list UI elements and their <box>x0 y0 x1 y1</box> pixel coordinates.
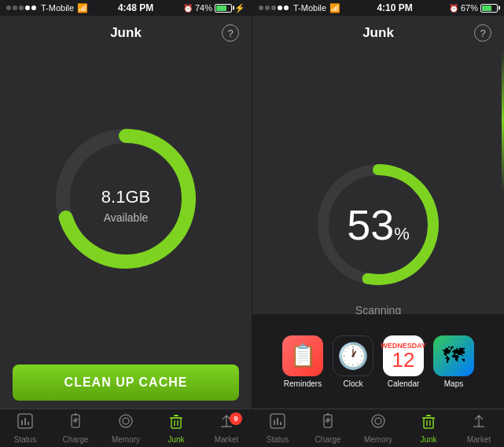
reminders-label: Reminders <box>284 379 322 388</box>
left-tab-bar: Status Charge Memory Junk 9 Market <box>0 409 252 447</box>
left-tab-status-label: Status <box>14 435 36 444</box>
left-donut-center: 8.1GB Available <box>101 174 150 224</box>
left-main-content: 8.1GB Available <box>0 50 252 355</box>
svg-rect-10 <box>171 418 181 428</box>
svg-rect-26 <box>424 418 433 428</box>
right-charge-icon <box>319 412 337 434</box>
app-maps[interactable]: 🗺 Maps <box>433 335 474 388</box>
clock-icon: 🕐 <box>333 335 373 376</box>
left-tab-junk-label: Junk <box>167 435 184 444</box>
junk-icon <box>167 412 185 434</box>
right-time: 4:10 PM <box>377 2 412 13</box>
market-badge: 9 <box>230 412 242 425</box>
right-status-bar: T-Mobile 📶 4:10 PM ⏰ 67% <box>252 0 504 16</box>
cleanup-cache-button[interactable]: CLEAN UP CACHE <box>13 365 239 401</box>
right-tab-charge-label: Charge <box>315 435 341 444</box>
app-reminders[interactable]: 📋 Reminders <box>282 335 323 388</box>
right-tab-junk-label: Junk <box>420 435 436 444</box>
right-tab-status-label: Status <box>267 435 289 444</box>
left-status-bar: T-Mobile 📶 4:48 PM ⏰ 74% ⚡ <box>0 0 252 16</box>
left-donut-label: Available <box>101 211 150 224</box>
left-tab-charge[interactable]: Charge <box>50 409 101 447</box>
charge-icon <box>67 412 84 434</box>
svg-point-8 <box>120 415 132 427</box>
svg-point-25 <box>375 418 381 424</box>
right-title: Junk <box>362 25 394 41</box>
right-scan-value: 53% <box>347 203 410 246</box>
left-carrier: T-Mobile <box>41 3 74 13</box>
app-clock[interactable]: 🕐 Clock <box>333 335 373 388</box>
right-tab-memory-label: Memory <box>364 435 392 444</box>
left-donut-value: 8.1GB <box>101 174 150 208</box>
left-help-button[interactable]: ? <box>222 24 239 42</box>
status-icon <box>17 412 34 434</box>
right-status-icon <box>269 412 286 434</box>
right-scan-donut: 53% <box>311 158 445 291</box>
right-tab-charge[interactable]: Charge <box>303 409 353 447</box>
right-tab-junk[interactable]: Junk <box>403 409 454 447</box>
right-junk-icon <box>420 412 437 434</box>
svg-point-9 <box>123 418 129 424</box>
left-tab-market-label: Market <box>215 435 239 444</box>
clock-label: Clock <box>343 379 362 388</box>
right-scan-center: 53% <box>347 203 410 246</box>
left-battery-fill <box>216 5 226 11</box>
left-tab-market[interactable]: 9 Market <box>201 409 252 447</box>
svg-point-24 <box>372 415 384 427</box>
app-icons-overlay: 📋 Reminders 🕐 Clock Wednesday 12 Calenda… <box>252 314 504 409</box>
left-tab-junk[interactable]: Junk <box>151 409 201 447</box>
left-tab-memory-label: Memory <box>112 435 140 444</box>
cleanup-section: CLEAN UP CACHE <box>0 355 252 409</box>
right-tab-bar: Status Charge Memory Junk Market <box>252 409 504 447</box>
right-tab-status[interactable]: Status <box>252 409 303 447</box>
left-tab-memory[interactable]: Memory <box>101 409 151 447</box>
app-calendar[interactable]: Wednesday 12 Calendar <box>383 335 424 388</box>
calendar-icon: Wednesday 12 <box>383 335 424 376</box>
calendar-label: Calendar <box>388 379 420 388</box>
left-panel: T-Mobile 📶 4:48 PM ⏰ 74% ⚡ Junk ? <box>0 0 252 447</box>
right-market-icon <box>470 412 487 434</box>
right-memory-icon <box>370 412 387 434</box>
right-tab-market[interactable]: Market <box>454 409 504 447</box>
left-donut-chart: 8.1GB Available <box>47 120 204 277</box>
right-panel: T-Mobile 📶 4:10 PM ⏰ 67% Junk ? <box>252 0 504 447</box>
right-tab-memory[interactable]: Memory <box>353 409 403 447</box>
right-battery-bar <box>480 4 498 13</box>
right-help-button[interactable]: ? <box>474 24 491 42</box>
right-header: Junk ? <box>252 16 504 50</box>
left-battery-label: 74% <box>195 3 212 13</box>
left-title: Junk <box>110 25 142 41</box>
maps-label: Maps <box>444 379 463 388</box>
left-time: 4:48 PM <box>118 2 153 13</box>
memory-icon <box>117 412 134 434</box>
maps-icon: 🗺 <box>433 335 474 376</box>
left-header: Junk ? <box>0 16 252 50</box>
left-tab-status[interactable]: Status <box>0 409 50 447</box>
right-carrier: T-Mobile <box>293 3 326 13</box>
right-tab-market-label: Market <box>467 435 491 444</box>
left-battery-bar <box>215 4 232 13</box>
reminders-icon: 📋 <box>282 335 323 376</box>
right-battery-fill <box>482 5 491 11</box>
right-battery-label: 67% <box>461 3 478 13</box>
left-tab-charge-label: Charge <box>63 435 89 444</box>
